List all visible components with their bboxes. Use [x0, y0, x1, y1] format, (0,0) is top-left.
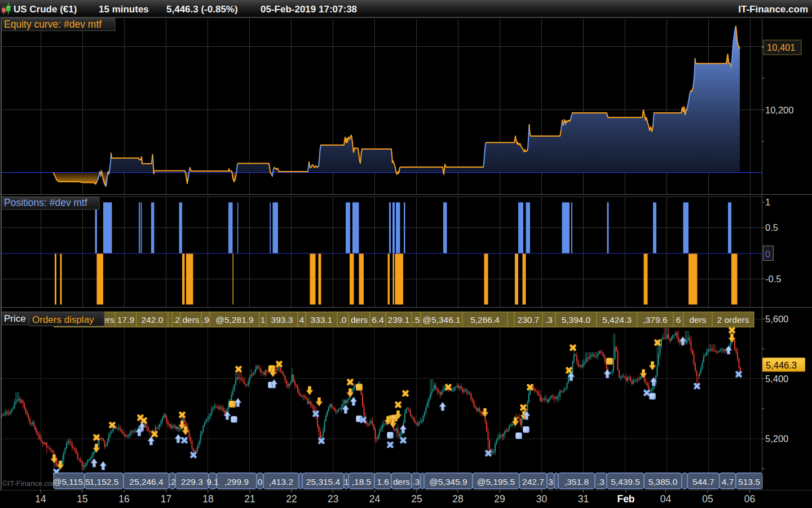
svg-text:3: 3: [548, 477, 553, 487]
svg-text:229.3: 229.3: [181, 477, 203, 487]
svg-text:1: 1: [765, 197, 770, 207]
svg-text:-0.5: -0.5: [765, 274, 781, 284]
svg-text:@5,346.1: @5,346.1: [422, 315, 460, 325]
svg-text:.0: .0: [339, 315, 347, 325]
svg-text:5,394.0: 5,394.0: [562, 315, 591, 325]
svg-text:,413.2: ,413.2: [269, 477, 293, 487]
svg-text:25,246.4: 25,246.4: [129, 477, 164, 487]
svg-text:,299.9: ,299.9: [224, 477, 249, 487]
svg-text:242.0: 242.0: [142, 315, 164, 325]
svg-text:0.5: 0.5: [765, 222, 778, 233]
svg-text:5,439.5: 5,439.5: [611, 477, 640, 487]
svg-text:5,446.3: 5,446.3: [766, 360, 797, 370]
svg-text:1: 1: [261, 315, 266, 325]
svg-text:5,424.3: 5,424.3: [602, 315, 632, 325]
svg-text:15 minutes: 15 minutes: [99, 4, 149, 15]
svg-text:Positions: #dev mtf: Positions: #dev mtf: [4, 197, 87, 208]
svg-text:6: 6: [676, 315, 681, 325]
svg-text:,351.8: ,351.8: [564, 477, 589, 487]
svg-text:ders: ders: [689, 315, 706, 325]
svg-text:18: 18: [202, 493, 213, 505]
svg-text:10,200: 10,200: [765, 105, 793, 115]
svg-text:22: 22: [286, 493, 297, 505]
svg-text:5,446.3 (-0.85%): 5,446.3 (-0.85%): [166, 4, 238, 15]
svg-text:Orders display: Orders display: [32, 314, 94, 325]
svg-text:Feb: Feb: [617, 493, 634, 505]
svg-text:06: 06: [744, 493, 755, 505]
svg-text:@5,281.9: @5,281.9: [215, 315, 253, 325]
svg-text:10,401: 10,401: [767, 42, 795, 52]
svg-text:,379.6: ,379.6: [643, 315, 667, 325]
svg-text:.3: .3: [413, 477, 420, 487]
svg-text:24: 24: [369, 493, 381, 505]
svg-text:25: 25: [411, 493, 422, 505]
svg-text:5,400: 5,400: [765, 374, 788, 384]
svg-text:23: 23: [328, 493, 338, 505]
svg-text:544.7: 544.7: [692, 477, 714, 487]
svg-text:4: 4: [299, 315, 304, 325]
svg-text:.9: .9: [202, 315, 209, 325]
svg-text:14: 14: [35, 493, 46, 505]
svg-text:15: 15: [77, 493, 87, 505]
svg-text:@5,345.9: @5,345.9: [429, 477, 467, 487]
svg-text:242.7: 242.7: [522, 477, 544, 487]
svg-text:0: 0: [765, 249, 770, 259]
svg-text:17: 17: [161, 493, 171, 505]
svg-text:.2: .2: [169, 477, 176, 487]
svg-text:333.1: 333.1: [311, 315, 333, 325]
svg-text:393.3: 393.3: [271, 315, 293, 325]
svg-text:5,385.0: 5,385.0: [648, 477, 678, 487]
svg-text:25,315.4: 25,315.4: [306, 477, 341, 487]
svg-text:29: 29: [494, 493, 505, 505]
svg-text:4.7: 4.7: [722, 477, 734, 487]
svg-text:5,200: 5,200: [765, 433, 788, 444]
svg-text:0: 0: [258, 477, 263, 487]
svg-text:.2: .2: [173, 315, 180, 325]
svg-text:6.4: 6.4: [372, 315, 384, 325]
svg-text:.3: .3: [545, 315, 553, 325]
svg-text:©IT-Finance.com: ©IT-Finance.com: [2, 479, 58, 488]
svg-text:ders: ders: [393, 477, 410, 487]
svg-text:Price: Price: [4, 313, 26, 324]
svg-text:@5,195.5: @5,195.5: [477, 477, 515, 487]
svg-text:1,152.5: 1,152.5: [90, 477, 119, 487]
svg-text:05: 05: [702, 493, 713, 505]
svg-text:Equity curve: #dev mtf: Equity curve: #dev mtf: [4, 19, 102, 30]
svg-text:9.1: 9.1: [206, 477, 219, 487]
svg-text:230.7: 230.7: [518, 315, 540, 325]
svg-text:28: 28: [452, 493, 463, 505]
svg-text:ders: ders: [182, 315, 199, 325]
svg-text:ders: ders: [351, 315, 368, 325]
svg-text:513.5: 513.5: [738, 477, 760, 487]
svg-text:1: 1: [344, 477, 349, 487]
svg-text:239.1: 239.1: [388, 315, 410, 325]
svg-text:1.6: 1.6: [377, 477, 389, 487]
svg-text:31: 31: [578, 493, 589, 505]
svg-text:04: 04: [660, 493, 672, 505]
svg-text:US Crude (€1): US Crude (€1): [14, 4, 77, 15]
svg-text:2 orders: 2 orders: [717, 315, 749, 325]
svg-text:.3: .3: [597, 477, 604, 487]
svg-text:30: 30: [536, 493, 548, 505]
svg-text:IT-Finance.com: IT-Finance.com: [738, 4, 808, 15]
svg-text:,18.5: ,18.5: [352, 477, 371, 487]
svg-text:21: 21: [244, 493, 255, 505]
svg-text:5,266.4: 5,266.4: [470, 315, 500, 325]
svg-text:17.9: 17.9: [117, 315, 134, 325]
svg-text:05-Feb-2019 17:07:38: 05-Feb-2019 17:07:38: [261, 4, 357, 15]
svg-text:5,600: 5,600: [765, 314, 788, 324]
svg-text:16: 16: [118, 493, 129, 505]
svg-text:.5: .5: [413, 315, 420, 325]
